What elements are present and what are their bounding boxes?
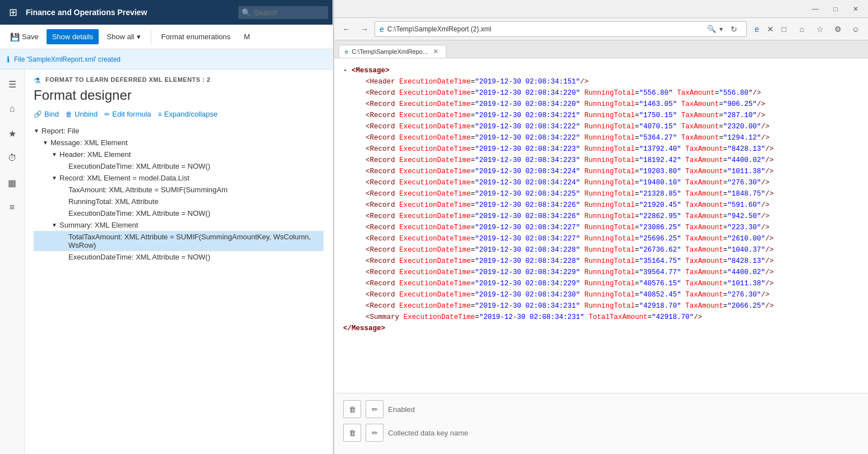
app-title: Finance and Operations Preview — [26, 8, 234, 17]
expand-icon: ≡ — [158, 110, 162, 118]
top-nav: ⊞ Finance and Operations Preview 🔍 — [0, 0, 333, 25]
info-message: File 'SampleXmlReport.xml' created — [14, 55, 121, 63]
xml-line: <Record ExecutionDateTime="2019-12-30 02… — [343, 289, 859, 300]
tab-label: C:\Temp\SampleXmlRepo... — [352, 48, 428, 55]
search-input[interactable] — [238, 6, 328, 19]
xml-line: <Record ExecutionDateTime="2019-12-30 02… — [343, 177, 859, 188]
refresh-button[interactable]: ↻ — [726, 21, 742, 37]
expand-collapse-label: Expand/collapse — [164, 110, 218, 118]
sidebar-list-icon[interactable]: ≡ — [2, 197, 22, 217]
sidebar-calendar-icon[interactable]: ▦ — [2, 173, 22, 193]
filter-icon[interactable]: ⚗ — [34, 76, 41, 85]
sidebar-star-icon[interactable]: ★ — [2, 123, 22, 143]
xml-line: </Message> — [343, 323, 859, 334]
minimize-button[interactable]: — — [807, 1, 823, 17]
right-panel: — □ ✕ ← → e C:\Temp\SampleXmlReport (2).… — [333, 0, 868, 454]
browser-titlebar: — □ ✕ — [334, 0, 868, 18]
show-details-button[interactable]: Show details — [47, 29, 99, 44]
xml-line: <Record ExecutionDateTime="2019-12-30 02… — [343, 155, 859, 166]
properties-panel: 🗑 ✏ Enabled 🗑 ✏ Collected data key name — [334, 393, 868, 454]
settings-browser-icon[interactable]: ⚙ — [830, 21, 846, 37]
toolbar: 💾 Save Show details Show all ▾ Format en… — [0, 25, 333, 49]
tree-item[interactable]: ▼Summary: XML Element — [34, 219, 324, 231]
tab-close-x[interactable]: ✕ — [767, 25, 774, 34]
tree-item-label: Summary: XML Element — [59, 221, 138, 229]
tree-item-label: Message: XML Element — [50, 138, 128, 147]
xml-line: - <Message> — [343, 65, 859, 76]
browser-icons: e ✕ □ ⌂ ☆ ⚙ ☺ — [749, 21, 864, 37]
unlink-icon: 🗑 — [66, 110, 72, 118]
tree-item[interactable]: RunningTotal: XML Attribute — [34, 196, 324, 207]
ie-logo-icon: e — [749, 21, 765, 37]
save-label: Save — [22, 33, 39, 41]
xml-line: <Record ExecutionDateTime="2019-12-30 02… — [343, 200, 859, 211]
tab-close-button[interactable]: ✕ — [431, 48, 440, 55]
browser-nav: ← → e C:\Temp\SampleXmlReport (2).xml 🔍 … — [334, 18, 868, 40]
tree-arrow-icon[interactable]: ▼ — [52, 175, 59, 181]
emoji-browser-icon[interactable]: ☺ — [848, 21, 864, 37]
tree-item-label: TaxAmount: XML Attribute = SUMIF(Summing… — [68, 186, 228, 194]
forward-button[interactable]: → — [357, 21, 372, 37]
xml-line: <Record ExecutionDateTime="2019-12-30 02… — [343, 99, 859, 110]
tree-item[interactable]: ExecutionDateTime: XML Attribute = NOW() — [34, 160, 324, 172]
tree-item[interactable]: ▼Message: XML Element — [34, 137, 324, 149]
format-enumerations-button[interactable]: Format enumerations — [156, 29, 237, 44]
search-address-icon[interactable]: 🔍 — [707, 25, 716, 33]
expand-collapse-link[interactable]: ≡ Expand/collapse — [158, 110, 218, 118]
tree-item[interactable]: TaxAmount: XML Attribute = SUMIF(Summing… — [34, 184, 324, 196]
chevron-down-icon: ▾ — [137, 33, 141, 41]
tree-item[interactable]: TotalTaxAmount: XML Attribute = SUMIF(Su… — [34, 231, 324, 251]
more-button[interactable]: M — [238, 29, 256, 44]
edit-formula-link[interactable]: ✏ Edit formula — [104, 110, 151, 118]
tree-item[interactable]: ▼Report: File — [34, 125, 324, 137]
xml-line: <Record ExecutionDateTime="2019-12-30 02… — [343, 87, 859, 99]
sidebar-hamburger-icon[interactable]: ☰ — [2, 74, 22, 94]
bind-link[interactable]: 🔗 Bind — [34, 110, 59, 118]
action-bar: 🔗 Bind 🗑 Unbind ✏ Edit formula ≡ Expand/… — [34, 110, 324, 118]
main-area: ☰ ⌂ ★ ⏱ ▦ ≡ ⚗ FORMAT TO LEARN DEFERRED X… — [0, 70, 333, 454]
browser-tab[interactable]: e C:\Temp\SampleXmlRepo... ✕ — [339, 45, 446, 58]
left-sidebar: ☰ ⌂ ★ ⏱ ▦ ≡ — [0, 70, 25, 454]
star-browser-icon[interactable]: ☆ — [812, 21, 828, 37]
content-area: ⚗ FORMAT TO LEARN DEFERRED XML ELEMENTS … — [25, 70, 333, 454]
app-grid-icon[interactable]: ⊞ — [4, 6, 21, 18]
property-edit-button[interactable]: ✏ — [366, 400, 384, 418]
tree-arrow-icon[interactable]: ▼ — [34, 128, 41, 134]
property-delete-button[interactable]: 🗑 — [343, 400, 361, 418]
more-label: M — [244, 33, 250, 41]
new-tab-icon[interactable]: □ — [776, 21, 792, 37]
tree-item[interactable]: ▼Header: XML Element — [34, 149, 324, 160]
format-title: Format designer — [34, 87, 324, 103]
close-button[interactable]: ✕ — [848, 1, 864, 17]
tree-arrow-icon[interactable]: ▼ — [52, 151, 59, 157]
home-browser-icon[interactable]: ⌂ — [794, 21, 810, 37]
show-details-label: Show details — [52, 33, 94, 41]
unbind-label: Unbind — [75, 110, 98, 118]
tree-arrow-icon[interactable]: ▼ — [43, 140, 50, 146]
bind-label: Bind — [44, 110, 59, 118]
save-button[interactable]: 💾 Save — [4, 29, 44, 45]
format-enumerations-label: Format enumerations — [161, 33, 231, 41]
address-bar[interactable]: e C:\Temp\SampleXmlReport (2).xml 🔍 ▾ ↻ — [375, 21, 747, 37]
property-delete-button[interactable]: 🗑 — [343, 424, 361, 442]
tree-item[interactable]: ExecutionDateTime: XML Attribute = NOW() — [34, 251, 324, 263]
toolbar-separator — [151, 30, 151, 44]
xml-content: - <Message><Header ExecutionDateTime="20… — [334, 58, 868, 393]
tree-item[interactable]: ▼Record: XML Element = model.Data.List — [34, 172, 324, 184]
tree-container: ▼Report: File▼Message: XML Element▼Heade… — [34, 125, 324, 447]
xml-line: <Record ExecutionDateTime="2019-12-30 02… — [343, 211, 859, 222]
search-wrapper: 🔍 — [238, 6, 328, 19]
sidebar-clock-icon[interactable]: ⏱ — [2, 148, 22, 168]
sidebar-home-icon[interactable]: ⌂ — [2, 99, 22, 119]
xml-line: <Record ExecutionDateTime="2019-12-30 02… — [343, 300, 859, 312]
property-edit-button[interactable]: ✏ — [366, 424, 384, 442]
address-text: C:\Temp\SampleXmlReport (2).xml — [387, 25, 704, 33]
tree-arrow-icon[interactable]: ▼ — [52, 222, 59, 228]
unbind-link[interactable]: 🗑 Unbind — [66, 110, 98, 118]
tab-ie-icon: e — [345, 48, 348, 55]
tree-item[interactable]: ExecutionDateTime: XML Attribute = NOW() — [34, 207, 324, 219]
maximize-button[interactable]: □ — [828, 1, 843, 17]
back-button[interactable]: ← — [339, 21, 354, 37]
tree-item-label: Header: XML Element — [59, 150, 131, 159]
show-all-button[interactable]: Show all ▾ — [101, 29, 146, 44]
